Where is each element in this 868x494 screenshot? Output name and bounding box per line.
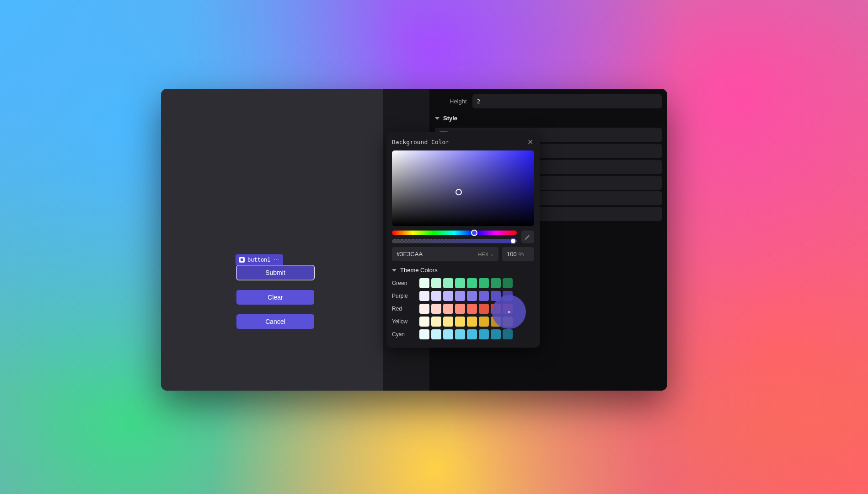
eyedropper-button[interactable] [521,231,534,243]
palette-row-green: Green [392,278,534,288]
popup-title: Background Color [392,139,449,145]
theme-swatch[interactable] [479,278,489,288]
theme-colors-header[interactable]: Theme Colors [392,267,534,274]
theme-swatch[interactable] [419,317,429,327]
palette-label: Cyan [392,331,416,338]
theme-swatch[interactable] [455,278,465,288]
theme-swatch[interactable] [419,278,429,288]
palette-row-purple: Purple [392,291,534,301]
theme-swatch[interactable] [443,291,453,301]
close-icon[interactable]: ✕ [526,138,534,146]
theme-swatch[interactable] [503,278,513,288]
palette-row-yellow: Yellow [392,317,534,327]
theme-swatch[interactable] [443,304,453,314]
theme-swatch[interactable] [455,317,465,327]
theme-swatch[interactable] [431,304,441,314]
canvas-button-cancel[interactable]: Cancel [236,314,314,329]
theme-swatch[interactable] [479,329,489,339]
theme-swatch[interactable] [419,329,429,339]
more-icon[interactable]: ⋯ [273,257,279,263]
theme-swatch[interactable] [467,291,477,301]
opacity-input[interactable]: 100 % [502,247,534,261]
theme-swatch[interactable] [443,278,453,288]
chevron-down-icon [392,269,396,272]
hue-thumb[interactable] [471,230,477,236]
theme-swatch[interactable] [467,317,477,327]
theme-swatch[interactable] [467,329,477,339]
height-label: Height [435,98,467,105]
theme-swatch[interactable] [503,329,513,339]
eyedropper-icon [525,234,531,240]
hue-slider[interactable] [392,231,517,235]
palette-label: Green [392,280,416,286]
theme-swatch[interactable] [491,317,501,327]
saturation-value-area[interactable] [392,150,534,226]
color-picker-popup: Background Color ✕ #3E3CAA HEX⌄ 100 % Th… [386,132,540,348]
alpha-thumb[interactable] [510,238,516,244]
theme-swatch[interactable] [419,304,429,314]
canvas-button-submit[interactable]: Submit [236,265,314,280]
component-icon [239,257,245,263]
selection-tag[interactable]: button1 ⋯ [236,254,283,265]
palette-row-red: Red [392,304,534,314]
theme-swatch[interactable] [491,278,501,288]
theme-swatch[interactable] [431,278,441,288]
style-section-header[interactable]: Style [429,110,667,126]
theme-swatch[interactable] [491,291,501,301]
theme-swatch[interactable] [479,304,489,314]
theme-swatch[interactable] [455,291,465,301]
theme-swatch[interactable] [503,304,513,314]
canvas-button-clear[interactable]: Clear [236,290,314,305]
theme-swatch[interactable] [503,291,513,301]
height-input[interactable]: 2 [472,94,662,108]
chevron-down-icon: ⌄ [490,251,494,257]
theme-swatch[interactable] [491,329,501,339]
theme-swatch[interactable] [443,317,453,327]
theme-swatch[interactable] [479,317,489,327]
hex-input[interactable]: #3E3CAA HEX⌄ [392,247,498,261]
theme-swatch[interactable] [431,329,441,339]
theme-swatch[interactable] [419,291,429,301]
theme-swatch[interactable] [479,291,489,301]
theme-swatch[interactable] [467,278,477,288]
selected-element-name: button1 [247,257,271,263]
format-selector[interactable]: HEX⌄ [478,251,494,257]
theme-swatch[interactable] [431,317,441,327]
theme-swatch[interactable] [455,329,465,339]
theme-swatch[interactable] [467,304,477,314]
palette-label: Yellow [392,318,416,325]
theme-swatch[interactable] [491,304,501,314]
theme-swatch[interactable] [443,329,453,339]
chevron-down-icon [435,117,439,120]
palette-label: Red [392,306,416,312]
theme-swatch[interactable] [455,304,465,314]
alpha-slider[interactable] [392,239,517,243]
palette-row-cyan: Cyan [392,329,534,339]
canvas-area[interactable]: button1 ⋯ Submit Clear Cancel [161,89,384,391]
theme-swatch[interactable] [503,317,513,327]
sv-cursor[interactable] [455,189,462,195]
theme-swatch[interactable] [431,291,441,301]
palette-label: Purple [392,293,416,299]
